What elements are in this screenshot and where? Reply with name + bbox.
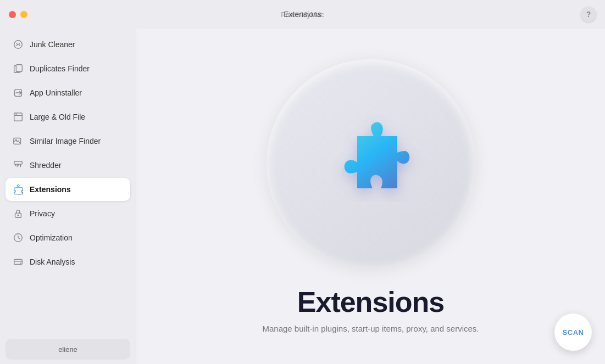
optimization-icon (12, 232, 24, 244)
content-subtitle: Manage built-in plugins, start-up items,… (262, 324, 479, 333)
sidebar-item-label: Extensions (30, 185, 71, 194)
sidebar-item-shredder[interactable]: Shredder (5, 154, 130, 177)
svg-point-12 (20, 262, 21, 264)
scan-button[interactable]: SCAN (554, 313, 592, 351)
sidebar-item-duplicates-finder[interactable]: Duplicates Finder (5, 57, 130, 80)
content-title: Extensions (297, 285, 444, 318)
large-file-icon (12, 111, 24, 123)
puzzle-icon (316, 109, 426, 219)
sidebar-item-label: Optimization (30, 233, 73, 242)
svg-rect-7 (14, 161, 23, 164)
junk-icon (12, 38, 24, 51)
shredder-icon (12, 159, 24, 171)
image-icon (12, 135, 24, 147)
help-button[interactable]: ? (581, 7, 596, 22)
svg-point-9 (18, 215, 19, 216)
sidebar-item-label: Disk Analysis (30, 257, 75, 266)
svg-rect-11 (14, 259, 23, 264)
sidebar-user[interactable]: eliene (5, 339, 130, 360)
sidebar-item-large-old-file[interactable]: Large & Old File (5, 105, 130, 128)
sidebar-item-similar-image-finder[interactable]: Similar Image Finder (5, 130, 130, 153)
sidebar-items: Junk Cleaner Duplicates Finder (5, 33, 130, 334)
sidebar-item-disk-analysis[interactable]: Disk Analysis (5, 250, 130, 273)
sidebar-item-junk-cleaner[interactable]: Junk Cleaner (5, 33, 130, 56)
header-title: Extensions (284, 10, 321, 19)
sidebar-item-label: App Uninstaller (30, 88, 82, 97)
sidebar-item-label: Shredder (30, 161, 62, 170)
sidebar-item-app-uninstaller[interactable]: App Uninstaller (5, 81, 130, 104)
sidebar-item-label: Large & Old File (30, 113, 85, 121)
disk-icon (12, 256, 24, 268)
minimize-button[interactable] (20, 11, 27, 18)
duplicates-icon (12, 63, 24, 75)
sidebar-item-label: Similar Image Finder (30, 137, 101, 145)
user-name: eliene (58, 345, 77, 354)
extensions-icon (12, 183, 24, 195)
svg-rect-4 (14, 113, 23, 121)
hero-circle (267, 59, 475, 268)
titlebar: PowerMyMac Extensions ? (0, 0, 605, 29)
sidebar: Junk Cleaner Duplicates Finder (0, 29, 136, 364)
uninstaller-icon (12, 87, 24, 99)
sidebar-item-extensions[interactable]: Extensions (5, 178, 130, 201)
main-layout: Junk Cleaner Duplicates Finder (0, 29, 605, 364)
sidebar-item-privacy[interactable]: Privacy (5, 202, 130, 225)
puzzle-icon-container (316, 109, 426, 219)
privacy-icon (12, 208, 24, 220)
traffic-lights (9, 11, 27, 18)
scan-label: SCAN (563, 328, 584, 337)
svg-point-6 (15, 139, 17, 141)
svg-rect-2 (16, 65, 22, 72)
content-area: Extensions Manage built-in plugins, star… (136, 29, 605, 364)
sidebar-item-label: Junk Cleaner (30, 40, 75, 49)
sidebar-item-optimization[interactable]: Optimization (5, 226, 130, 249)
sidebar-item-label: Privacy (30, 209, 55, 218)
close-button[interactable] (9, 11, 16, 18)
sidebar-item-label: Duplicates Finder (30, 64, 90, 73)
